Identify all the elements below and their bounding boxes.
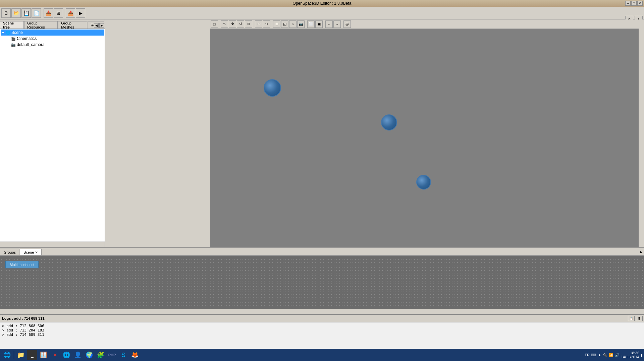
vp-undo-btn[interactable]: ↩ [255,20,262,28]
viewport-toolbar: □ ↖ ✥ ↺ ⊕ ↩ ↪ ⊞ ◱ ○ 📷 ⬜ ▣ ← → [210,19,644,29]
maximize-button[interactable]: □ [631,1,637,6]
taskbar-keyboard-icon: ⌨ [591,353,596,357]
scene-tab-label: Scene [23,250,34,254]
bottom-content[interactable]: Multi touch inst [0,256,644,309]
tree-item-default-camera[interactable]: 📷 default_camera [6,42,104,48]
bottom-tabs: Groups Scene ✕ ▸ [0,248,644,256]
vp-sphere-btn[interactable]: ○ [289,20,297,28]
taskbar-sys2: 📶 [609,353,613,357]
circle-3 [416,175,431,190]
circle-2 [381,114,397,131]
tree-item-scene[interactable]: ▼ 🌐 Scene [1,30,104,36]
taskbar-php[interactable]: PHP [107,350,117,360]
tab-prev-button[interactable]: ◀ [94,23,99,28]
vp-pan-btn[interactable]: ✥ [229,20,236,28]
bottom-hscrollbar[interactable] [0,309,644,314]
tree-item-cinematics[interactable]: 🎬 Cinematics [6,36,104,42]
vp-next-btn[interactable]: → [333,20,341,28]
scene-tree: ▼ 🌐 Scene 🎬 Cinematics 📷 [0,29,105,242]
log-entry-1: > add : 712 868 606 [2,324,642,328]
import-button[interactable]: 📥 [44,8,53,18]
taskbar-wine[interactable]: 🪟 [39,350,49,360]
scene-label: Scene [11,30,23,35]
log-content: > add : 712 868 606 > add : 713 204 183 … [0,322,644,349]
taskbar-lang: FR [585,353,590,357]
logs-copy-btn[interactable]: 📋 [628,316,635,321]
log-entry-3: > add : 714 689 311 [2,332,642,337]
vp-redo-btn[interactable]: ↪ [263,20,270,28]
groups-tab-label: Groups [4,250,16,254]
run-button[interactable]: ▶ [76,8,85,18]
bottom-tab-groups[interactable]: Groups [0,249,19,255]
close-button[interactable]: ✕ [637,1,643,6]
new-button[interactable]: 🗋 [1,8,11,18]
taskbar-arrow-icon: ▲ [598,353,601,357]
open-button[interactable]: 📂 [11,8,21,18]
tree-toggle[interactable]: ▼ [1,31,5,35]
vp-grid-btn[interactable]: ⊞ [273,20,280,28]
taskbar-puzzle[interactable]: 🧩 [96,350,106,360]
taskbar-folder[interactable]: 📁 [16,350,26,360]
scene-tab-close[interactable]: ✕ [35,251,38,254]
circle-1 [264,79,281,97]
taskbar-x[interactable]: ✕ [50,350,60,360]
left-panel: Scene tree Group Resources Group Meshes … [0,19,105,247]
export-button[interactable]: 📤 [66,8,75,18]
left-hscrollbar[interactable] [0,242,105,247]
vp-frame2-btn[interactable]: ▣ [315,20,323,28]
minimize-button[interactable]: ─ [625,1,631,6]
scene-block-label: Multi touch inst [10,263,34,267]
taskbar-clock: 18:36 14/11/2014 [621,351,639,359]
save-as-button[interactable]: 📄 [32,8,41,18]
taskbar-show-desktop[interactable]: ▮ [641,353,643,357]
taskbar-sep-1 [14,351,14,359]
vp-frame-btn[interactable]: ⬜ [307,20,315,28]
titlebar-controls: ─ □ ✕ [625,1,643,6]
vp-zoom-btn[interactable]: ⊕ [245,20,252,28]
camera-icon: 📷 [11,42,16,47]
viewport[interactable] [210,29,639,247]
vp-wireframe-btn[interactable]: ◱ [281,20,288,28]
tab-group-resources[interactable]: Group Resources [24,21,58,29]
taskbar-user[interactable]: 👤 [73,350,83,360]
titlebar: OpenSpace3D Editor : 1.8.0Beta ─ □ ✕ [0,0,644,7]
vp-prev-btn[interactable]: ← [325,20,333,28]
tabs-bar: Scene tree Group Resources Group Meshes … [0,19,105,29]
default-camera-label: default_camera [17,42,45,47]
cinematics-label: Cinematics [17,36,37,41]
logs-title: Logs : add : 714 689 311 [2,316,45,320]
taskbar-sys3: 🔊 [615,353,620,357]
vp-target-btn[interactable]: ◎ [343,20,351,28]
scene-icon: 🌐 [5,30,11,35]
vp-cam-btn[interactable]: 📷 [297,20,305,28]
tab-next-button[interactable]: ▶ [99,23,104,28]
logs-clear-btn[interactable]: 🗑 [636,316,643,321]
right-scrollbar[interactable] [639,19,644,247]
taskbar-sys1: 🔌 [603,353,607,357]
bottom-tab-scene[interactable]: Scene ✕ [20,249,42,255]
vp-pointer-btn[interactable]: ↖ [221,20,228,28]
taskbar-chrome[interactable]: 🌐 [61,350,71,360]
taskbar-start[interactable]: 🌐 [2,350,12,360]
taskbar-globe[interactable]: 🌍 [84,350,94,360]
resources-button[interactable]: ⊞ [54,8,63,18]
save-button[interactable]: 💾 [21,8,31,18]
logs-bar: Logs : add : 714 689 311 📋 🗑 [0,314,644,322]
vp-select-btn[interactable]: □ [211,20,218,28]
multi-touch-inst-block[interactable]: Multi touch inst [5,261,39,268]
log-entry-2: > add : 713 204 183 [2,328,642,332]
cinematics-icon: 🎬 [11,36,16,41]
taskbar: 🌐 📁 _ 🪟 ✕ 🌐 👤 🌍 🧩 PHP S 🦊 FR ⌨ ▲ 🔌 📶 🔊 1… [0,349,644,361]
taskbar-terminal[interactable]: _ [27,350,37,360]
tab-scene-tree[interactable]: Scene tree [0,21,24,29]
titlebar-title: OpenSpace3D Editor : 1.8.0Beta [293,1,352,6]
taskbar-skype[interactable]: S [118,350,128,360]
bottom-tab-scroll[interactable]: ▸ [639,249,644,255]
tab-nav-buttons: ◀ ▶ [94,23,104,28]
vp-orbit-btn[interactable]: ↺ [237,20,244,28]
bottom-area: Groups Scene ✕ ▸ Multi touch inst [0,247,644,314]
taskbar-firefox[interactable]: 🦊 [130,350,140,360]
toolbar: 🗋 📂 💾 📄 📥 ⊞ 📤 ▶ ? i [0,7,644,19]
logs-icons: 📋 🗑 [628,316,643,321]
tab-group-meshes[interactable]: Group Meshes [58,21,87,29]
